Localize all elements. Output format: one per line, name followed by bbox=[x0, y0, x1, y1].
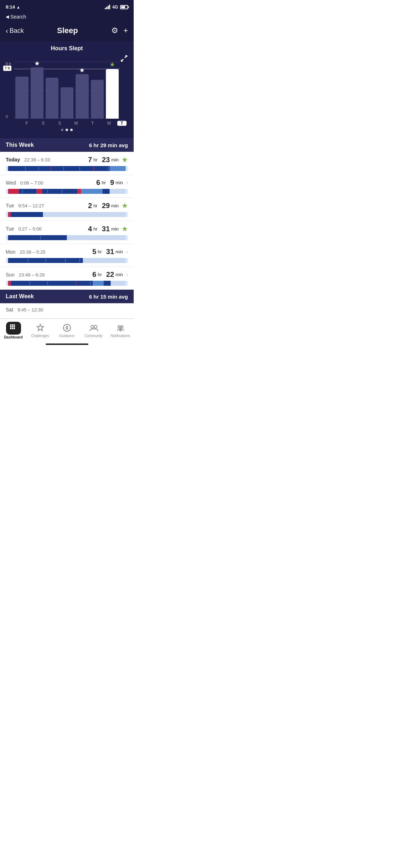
chevron-wed: › bbox=[126, 179, 128, 186]
chevron-mon: › bbox=[126, 248, 128, 255]
svg-rect-44 bbox=[12, 324, 13, 326]
chart-area: 8 h 4 h 0 7 h ★ bbox=[6, 55, 120, 119]
sleep-bar-sun bbox=[6, 281, 128, 286]
svg-rect-33 bbox=[79, 259, 80, 262]
bar-F bbox=[15, 62, 28, 119]
back-chevron-icon: ‹ bbox=[6, 27, 8, 35]
network-label: 4G bbox=[112, 5, 118, 10]
svg-rect-38 bbox=[104, 281, 111, 286]
sleep-entry-mon[interactable]: Mon 23:39 – 5:25 5hr 31min › bbox=[0, 244, 134, 267]
sleep-entry-tue2[interactable]: Tue 0:27 – 5:06 4hr 31min ★ bbox=[0, 221, 134, 244]
sleep-entry-tue1[interactable]: Tue 9:54 – 12:27 2hr 29min ★ bbox=[0, 198, 134, 221]
sleep-entry-today[interactable]: Today 22:39 – 6:33 7hr 23min ★ bbox=[0, 152, 134, 175]
svg-point-53 bbox=[63, 324, 71, 331]
star-icon-S1: ★ bbox=[34, 60, 40, 67]
svg-rect-42 bbox=[90, 281, 91, 285]
sleep-duration-today: 7hr 23min bbox=[88, 156, 119, 164]
sleep-time-tue1: 9:54 – 12:27 bbox=[19, 203, 44, 208]
sleep-day-wed: Wed bbox=[6, 180, 16, 186]
svg-rect-19 bbox=[47, 190, 48, 193]
sleep-duration-sun: 6hr 22min bbox=[92, 270, 123, 279]
svg-rect-2 bbox=[25, 167, 26, 170]
nav-actions: ⚙ + bbox=[111, 26, 128, 35]
nav-community[interactable]: Community bbox=[80, 323, 107, 338]
community-icon bbox=[89, 323, 98, 333]
dot-2[interactable] bbox=[66, 129, 68, 131]
chevron-sun: › bbox=[126, 271, 128, 278]
svg-rect-39 bbox=[30, 281, 30, 285]
sleep-duration-tue1: 2hr 29min bbox=[88, 202, 119, 210]
home-indicator bbox=[0, 341, 134, 349]
svg-rect-26 bbox=[8, 235, 67, 240]
svg-rect-43 bbox=[10, 324, 11, 326]
sleep-entry-wed[interactable]: Wed 0:06 – 7:00 6hr 9min › bbox=[0, 175, 134, 198]
sleep-day-mon: Mon bbox=[6, 249, 15, 255]
sleep-bar-tue2 bbox=[6, 235, 128, 240]
add-icon[interactable]: + bbox=[123, 26, 128, 35]
page-title: Sleep bbox=[57, 26, 78, 35]
svg-rect-18 bbox=[22, 190, 23, 193]
sleep-bar-wed bbox=[6, 189, 128, 194]
dot-3[interactable] bbox=[70, 129, 73, 131]
sleep-day-tue1: Tue bbox=[6, 203, 14, 208]
dot-1[interactable] bbox=[61, 129, 63, 131]
chart-bars: 7 h ★ bbox=[14, 62, 120, 119]
nav-header: ‹ Back Sleep ⚙ + bbox=[0, 23, 134, 41]
svg-rect-13 bbox=[37, 189, 42, 194]
settings-icon[interactable]: ⚙ bbox=[111, 26, 118, 35]
sleep-time-tue2: 0:27 – 5:06 bbox=[19, 226, 42, 232]
back-label: Back bbox=[10, 27, 24, 35]
challenges-icon bbox=[36, 323, 45, 333]
search-label[interactable]: Search bbox=[10, 14, 26, 20]
sleep-time-today: 22:39 – 6:33 bbox=[24, 157, 50, 162]
svg-point-54 bbox=[91, 325, 94, 328]
svg-rect-5 bbox=[63, 167, 64, 170]
this-week-label: This Week bbox=[6, 142, 34, 148]
chart-section: Hours Slept 8 h 4 h 0 7 h bbox=[0, 41, 134, 138]
sleep-duration-tue2: 4hr 31min bbox=[88, 225, 119, 233]
svg-rect-45 bbox=[14, 324, 15, 326]
star-icon-T2: ★ bbox=[109, 61, 115, 68]
back-button[interactable]: ‹ Back bbox=[6, 27, 24, 35]
this-week-avg: 6 hr 29 min avg bbox=[89, 142, 128, 148]
sleep-bar-tue1 bbox=[6, 212, 128, 217]
sleep-bar-today bbox=[6, 166, 128, 171]
svg-point-58 bbox=[119, 330, 122, 331]
home-bar bbox=[46, 343, 88, 345]
last-week-avg: 6 hr 15 min avg bbox=[89, 294, 128, 300]
nav-dashboard[interactable]: Dashboard bbox=[0, 322, 27, 339]
svg-rect-15 bbox=[78, 189, 81, 194]
sleep-day-sat: Sat bbox=[6, 307, 13, 312]
svg-rect-51 bbox=[14, 328, 15, 329]
x-axis: F S S M T W T bbox=[6, 119, 128, 126]
svg-rect-7 bbox=[94, 167, 94, 170]
svg-rect-49 bbox=[10, 328, 11, 329]
last-week-header: Last Week 6 hr 15 min avg bbox=[0, 290, 134, 303]
sleep-time-sat: 9:45 – 12:30 bbox=[17, 307, 43, 312]
svg-rect-21 bbox=[87, 190, 87, 193]
star-tue1: ★ bbox=[122, 201, 128, 210]
svg-rect-3 bbox=[38, 167, 39, 170]
bar-T2-today[interactable]: ★ bbox=[106, 62, 119, 119]
sleep-day-sun: Sun bbox=[6, 272, 15, 278]
svg-rect-23 bbox=[8, 212, 11, 217]
svg-rect-8 bbox=[108, 167, 109, 170]
nav-notifications[interactable]: Notifications bbox=[107, 323, 134, 338]
svg-rect-24 bbox=[11, 212, 43, 217]
battery-icon bbox=[120, 5, 128, 9]
sleep-duration-mon: 5hr 31min bbox=[92, 248, 123, 256]
chart-dots bbox=[6, 126, 128, 135]
this-week-header: This Week 6 hr 29 min avg bbox=[0, 138, 134, 152]
svg-rect-27 bbox=[40, 236, 41, 239]
nav-challenges[interactable]: Challenges bbox=[27, 323, 53, 338]
sleep-entry-sat[interactable]: Sat 9:45 – 12:30 bbox=[0, 303, 134, 319]
challenges-label: Challenges bbox=[31, 334, 49, 338]
bottom-nav: Dashboard Challenges Guidance bbox=[0, 319, 134, 341]
svg-rect-40 bbox=[47, 281, 48, 285]
goal-label: 7 h bbox=[3, 66, 11, 71]
svg-rect-4 bbox=[51, 167, 52, 170]
nav-guidance[interactable]: Guidance bbox=[53, 323, 80, 338]
svg-rect-30 bbox=[28, 259, 29, 262]
sleep-entry-sun[interactable]: Sun 23:49 – 6:29 6hr 22min › bbox=[0, 267, 134, 290]
svg-rect-20 bbox=[62, 190, 62, 193]
